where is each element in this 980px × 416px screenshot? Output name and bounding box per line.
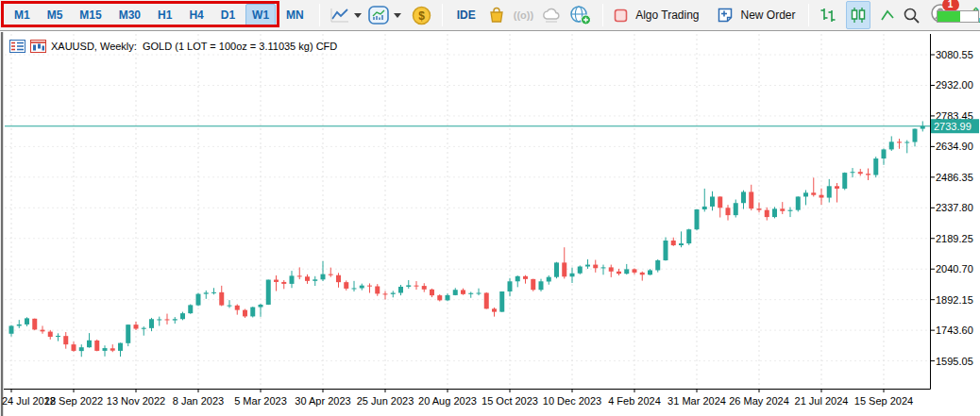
timeframe-button-m5[interactable]: M5 xyxy=(41,4,70,26)
candle-body xyxy=(134,324,139,328)
candle-body xyxy=(9,325,14,333)
candle-body xyxy=(866,174,870,175)
candle-body xyxy=(749,191,753,208)
y-axis-label: 1595.05 xyxy=(936,356,973,367)
candle-body xyxy=(250,308,255,317)
y-axis-label: 2040.70 xyxy=(936,263,973,275)
algo-trading-icon[interactable] xyxy=(614,4,628,26)
x-axis-label: 31 Mar 2024 xyxy=(667,395,726,407)
candle-body xyxy=(601,267,606,268)
vps-globe-icon[interactable] xyxy=(569,4,592,26)
candle-body xyxy=(118,343,123,351)
x-axis-label: 4 Feb 2024 xyxy=(608,395,661,407)
timeframe-button-m15[interactable]: M15 xyxy=(73,4,108,26)
line-style-icon[interactable] xyxy=(880,4,895,26)
chart-type-icon[interactable] xyxy=(330,4,349,26)
algo-trading-button[interactable]: Algo Trading xyxy=(635,8,699,22)
candle-body xyxy=(515,276,520,281)
zoom-icon[interactable] xyxy=(903,4,921,26)
candles-style-icon[interactable] xyxy=(846,1,870,29)
x-axis-label: 18 Sep 2022 xyxy=(44,395,103,407)
chevron-down-icon[interactable] xyxy=(354,13,362,18)
currency-icon[interactable]: $ xyxy=(412,4,431,26)
candle-body xyxy=(710,196,715,206)
timeframe-button-h4[interactable]: H4 xyxy=(182,4,210,26)
candle-body xyxy=(165,319,170,320)
candle-body xyxy=(173,319,177,320)
cloud-icon[interactable] xyxy=(541,4,562,26)
candle-body xyxy=(655,260,660,270)
x-axis-label: 30 Apr 2023 xyxy=(295,395,350,407)
candle-body xyxy=(305,276,310,281)
candle-body xyxy=(726,208,731,215)
chart-window-icon[interactable] xyxy=(30,40,46,53)
candle-body xyxy=(41,330,45,332)
candle-body xyxy=(882,149,887,158)
candle-body xyxy=(313,279,317,281)
new-order-icon[interactable] xyxy=(717,4,734,26)
candle-body xyxy=(904,142,909,143)
timeframe-button-mn[interactable]: MN xyxy=(279,4,311,26)
candle-body xyxy=(281,282,286,284)
candle-body xyxy=(32,319,37,330)
y-axis-label: 2337.80 xyxy=(936,202,973,213)
candle-body xyxy=(79,347,84,351)
candle-body xyxy=(437,295,442,300)
candle-body xyxy=(803,192,808,196)
market-icon[interactable] xyxy=(487,4,506,26)
connection-bar-fill xyxy=(938,11,960,22)
bars-style-icon[interactable] xyxy=(819,4,836,26)
chart-window[interactable]: XAUUSD, Weekly: GOLD (1 LOT = 100oz = 3.… xyxy=(0,32,980,416)
y-axis-label: 2932.00 xyxy=(936,79,973,91)
candle-body xyxy=(243,310,247,317)
chart-canvas[interactable]: 3080.552932.002783.452634.902486.352337.… xyxy=(0,32,980,416)
candle-body xyxy=(686,229,691,243)
x-axis-label: 13 Nov 2022 xyxy=(107,395,165,407)
candle-body xyxy=(274,280,279,282)
candle-body xyxy=(819,195,824,198)
timeframe-button-m1[interactable]: M1 xyxy=(8,4,37,26)
candle-body xyxy=(63,336,68,344)
candle-body xyxy=(796,196,801,209)
candle-body xyxy=(633,269,637,272)
candle-body xyxy=(640,273,645,275)
signals-icon[interactable]: ((o)) xyxy=(514,4,533,26)
candle-body xyxy=(352,288,357,289)
timeframe-button-m30[interactable]: M30 xyxy=(112,4,147,26)
candle-body xyxy=(461,290,465,293)
candle-body xyxy=(695,209,700,229)
market-watch-icon[interactable] xyxy=(9,40,25,53)
x-axis-label: 5 Mar 2023 xyxy=(234,395,287,407)
candle-body xyxy=(889,141,894,149)
candle-body xyxy=(539,281,544,290)
chart-title-text: XAUUSD, Weekly: GOLD (1 LOT = 100oz = 3.… xyxy=(51,41,337,52)
candle-body xyxy=(383,293,388,294)
candle-body xyxy=(110,348,115,350)
ide-button[interactable]: IDE xyxy=(457,8,476,22)
indicators-icon[interactable] xyxy=(368,4,389,26)
new-order-button[interactable]: New Order xyxy=(741,8,796,22)
timeframe-button-w1[interactable]: W1 xyxy=(245,4,276,26)
toolbar-separator xyxy=(319,4,320,26)
x-axis-label: 8 Jan 2023 xyxy=(173,395,224,407)
candle-body xyxy=(913,129,918,142)
candle-body xyxy=(259,305,263,308)
candle-body xyxy=(196,294,201,306)
candle-body xyxy=(562,262,566,276)
candle-body xyxy=(827,186,832,197)
y-axis-label: 1743.60 xyxy=(936,324,973,336)
candle-body xyxy=(142,328,146,329)
candle-body xyxy=(188,305,193,313)
toolbar-separator xyxy=(808,4,809,26)
candle-body xyxy=(360,286,364,289)
candle-body xyxy=(219,292,224,306)
candle-body xyxy=(664,241,668,260)
chevron-down-icon[interactable] xyxy=(394,13,401,18)
x-axis-label: 26 May 2024 xyxy=(729,395,789,407)
candle-body xyxy=(788,210,793,211)
candle-body xyxy=(547,277,551,282)
candle-body xyxy=(648,270,652,275)
candle-body xyxy=(477,293,482,294)
timeframe-button-h1[interactable]: H1 xyxy=(151,4,178,26)
timeframe-button-d1[interactable]: D1 xyxy=(214,4,242,26)
